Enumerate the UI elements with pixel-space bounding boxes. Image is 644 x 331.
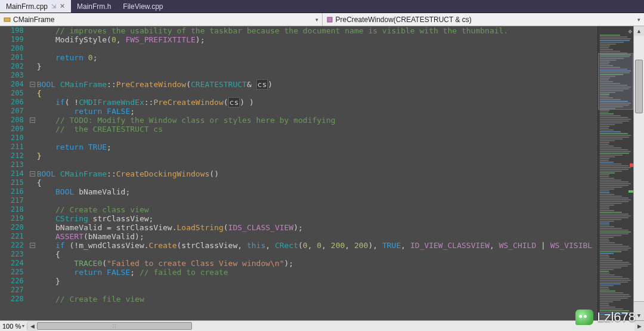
code-line[interactable] xyxy=(37,44,597,53)
minimap[interactable]: ✥ xyxy=(597,26,633,320)
code-line[interactable]: { xyxy=(37,250,597,259)
vscroll-thumb[interactable] xyxy=(635,60,643,113)
outline-cell xyxy=(29,160,37,169)
outline-cell xyxy=(29,268,37,277)
code-line[interactable]: // TODO: Modify the Window class or styl… xyxy=(37,116,597,125)
outline-cell xyxy=(29,196,37,205)
code-line[interactable]: } xyxy=(37,151,597,160)
code-line[interactable]: ASSERT(bNameValid); xyxy=(37,232,597,241)
chevron-down-icon: ▾ xyxy=(22,323,24,329)
outline-cell xyxy=(29,259,37,268)
code-line[interactable]: // improves the usability of the taskbar… xyxy=(37,26,597,35)
scroll-left-button[interactable]: ◀ xyxy=(27,321,37,331)
fold-toggle[interactable]: − xyxy=(30,82,35,87)
member-dropdown[interactable]: PreCreateWindow(CREATESTRUCT & cs) ▾ xyxy=(323,13,645,26)
vscroll-track[interactable] xyxy=(634,36,644,301)
code-line[interactable]: { xyxy=(37,178,597,187)
code-line[interactable]: return FALSE; // failed to create xyxy=(37,268,597,277)
code-line[interactable]: } xyxy=(37,62,597,71)
minimap-viewport[interactable] xyxy=(598,53,633,110)
editor-area: 1981992002012022032042052062072082092102… xyxy=(0,26,644,320)
code-line[interactable]: bNameValid = strClassView.LoadString(IDS… xyxy=(37,223,597,232)
code-line[interactable]: ModifyStyle(0, FWS_PREFIXTITLE); xyxy=(37,35,597,44)
watermark: Lzl678 xyxy=(575,310,636,325)
code-line[interactable]: // Create class view xyxy=(37,205,597,214)
code-line[interactable]: BOOL CMainFrame::CreateDockingWindows() xyxy=(37,169,597,178)
line-number: 223 xyxy=(11,250,24,259)
outline-cell[interactable]: − xyxy=(29,241,37,250)
code-line[interactable]: // Create file view xyxy=(37,295,597,304)
outline-cell xyxy=(29,187,37,196)
vertical-scrollbar[interactable]: ▲ ▼ xyxy=(633,26,644,320)
outline-cell xyxy=(29,35,37,44)
scope-dropdown[interactable]: CMainFrame ▾ xyxy=(0,13,323,26)
close-icon[interactable]: ✕ xyxy=(60,2,65,10)
member-label: PreCreateWindow(CREATESTRUCT & cs) xyxy=(336,16,472,24)
hscroll-thumb[interactable]: ∷ xyxy=(37,322,192,330)
tab-label: MainFrm.cpp xyxy=(6,2,48,11)
line-number: 199 xyxy=(11,35,24,44)
outline-cell xyxy=(29,286,37,295)
minimap-marker-caret xyxy=(628,190,633,193)
line-number: 219 xyxy=(11,214,24,223)
line-number: 215 xyxy=(11,178,24,187)
grip-icon: ∷ xyxy=(113,323,117,329)
horizontal-scrollbar[interactable]: ◀ ∷ ▶ xyxy=(27,321,644,331)
code-line[interactable]: return FALSE; xyxy=(37,107,597,116)
code-line[interactable]: return 0; xyxy=(37,53,597,62)
line-number: 217 xyxy=(11,196,24,205)
tab-bar: MainFrm.cpp ⇲ ✕ MainFrm.h FileView.cpp xyxy=(0,0,644,13)
tab-mainfrm-cpp[interactable]: MainFrm.cpp ⇲ ✕ xyxy=(0,0,71,13)
outline-cell xyxy=(29,232,37,241)
code-line[interactable]: BOOL CMainFrame::PreCreateWindow(CREATES… xyxy=(37,80,597,89)
code-line[interactable] xyxy=(37,134,597,143)
scroll-right-button[interactable]: ▶ xyxy=(634,321,644,331)
code-line[interactable]: if( !CMDIFrameWndEx::PreCreateWindow(cs)… xyxy=(37,98,597,107)
fold-toggle[interactable]: − xyxy=(30,171,35,177)
line-number: 222 xyxy=(11,241,24,250)
outline-cell xyxy=(29,295,37,304)
outline-cell xyxy=(29,107,37,116)
code-line[interactable]: return TRUE; xyxy=(37,143,597,151)
code-line[interactable] xyxy=(37,71,597,80)
code-line[interactable]: if (!m_wndClassView.Create(strClassView,… xyxy=(37,241,597,250)
line-number: 201 xyxy=(11,53,24,62)
code-line[interactable]: // the CREATESTRUCT cs xyxy=(37,125,597,134)
code-line[interactable]: TRACE0("Failed to create Class View wind… xyxy=(37,259,597,268)
outline-cell[interactable]: − xyxy=(29,80,37,89)
tab-mainfrm-h[interactable]: MainFrm.h xyxy=(71,0,117,13)
fold-toggle[interactable]: − xyxy=(30,117,35,123)
svg-rect-1 xyxy=(327,17,332,22)
outline-margin: −−−− xyxy=(29,26,37,320)
code-line[interactable] xyxy=(37,196,597,205)
pin-icon[interactable]: ⇲ xyxy=(51,3,56,10)
line-number: 198 xyxy=(11,26,24,35)
outline-cell xyxy=(29,214,37,223)
line-number: 218 xyxy=(11,205,24,214)
line-number: 225 xyxy=(11,268,24,277)
code-line[interactable]: BOOL bNameValid; xyxy=(37,187,597,196)
chevron-down-icon: ▾ xyxy=(637,17,640,23)
line-number: 203 xyxy=(11,71,24,80)
fold-toggle[interactable]: − xyxy=(30,243,35,248)
hscroll-track[interactable]: ∷ xyxy=(37,321,634,331)
code-line[interactable]: } xyxy=(37,277,597,286)
code-line[interactable] xyxy=(37,286,597,295)
line-number: 213 xyxy=(11,160,24,169)
line-number: 211 xyxy=(11,143,24,151)
outline-cell xyxy=(29,143,37,151)
line-number: 204 xyxy=(11,80,24,89)
scope-label: CMainFrame xyxy=(13,16,54,24)
zoom-dropdown[interactable]: 100 % ▾ xyxy=(0,323,27,330)
tab-fileview-cpp[interactable]: FileView.cpp xyxy=(117,0,169,13)
outline-cell[interactable]: − xyxy=(29,116,37,125)
scroll-up-button[interactable]: ▲ xyxy=(634,26,644,36)
code-line[interactable]: { xyxy=(37,89,597,98)
code-line[interactable]: CString strClassView; xyxy=(37,214,597,223)
outline-cell xyxy=(29,125,37,134)
watermark-text: Lzl678 xyxy=(597,310,636,325)
code-editor[interactable]: // improves the usability of the taskbar… xyxy=(37,26,597,320)
line-number: 212 xyxy=(11,151,24,160)
outline-cell[interactable]: − xyxy=(29,169,37,178)
code-line[interactable] xyxy=(37,160,597,169)
